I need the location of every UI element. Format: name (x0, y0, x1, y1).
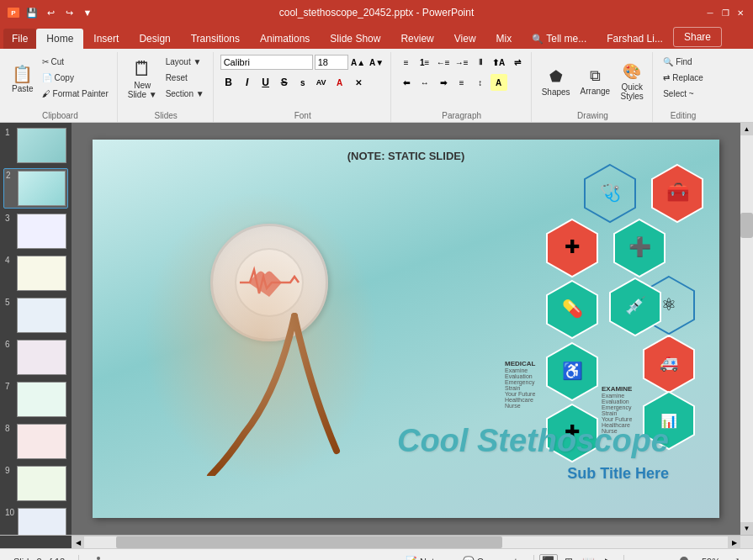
scroll-right-button[interactable]: ▶ (728, 536, 740, 549)
slide-thumb-10[interactable]: 10 (3, 506, 68, 535)
notes-label: Notes (420, 557, 444, 561)
format-painter-button[interactable]: 🖌Format Painter (39, 86, 112, 101)
align-right-button[interactable]: ➡ (435, 74, 452, 91)
tab-insert[interactable]: Insert (83, 29, 129, 49)
tab-design[interactable]: Design (129, 29, 180, 49)
save-icon[interactable]: 💾 (25, 6, 39, 19)
restore-button[interactable]: ❐ (719, 7, 731, 18)
shadow-button[interactable]: s (294, 74, 311, 91)
arrange-button[interactable]: ⧉ Arrange (577, 56, 614, 107)
font-size-up-button[interactable]: A▲ (350, 54, 367, 71)
strikethrough-button[interactable]: S (276, 74, 293, 91)
tab-review[interactable]: Review (390, 29, 443, 49)
line-spacing-button[interactable]: ↕ (472, 74, 489, 91)
slide-thumb-5[interactable]: 5 (3, 296, 68, 335)
layout-button[interactable]: Layout ▼ (162, 54, 208, 69)
char-spacing-button[interactable]: AV (313, 74, 330, 91)
status-separator-2 (533, 555, 534, 561)
font-size-down-button[interactable]: A▼ (369, 54, 385, 71)
slide-thumb-1[interactable]: 1 (3, 126, 68, 165)
align-center-button[interactable]: ↔ (416, 74, 433, 91)
decrease-indent-button[interactable]: ←≡ (435, 54, 452, 71)
scroll-thumb[interactable] (740, 213, 753, 238)
convert-button[interactable]: ⇌ (509, 54, 526, 71)
slide-panel[interactable]: 1 2 3 4 5 (0, 123, 72, 535)
slide-sorter-button[interactable]: ⊞ (559, 554, 578, 561)
numbering-button[interactable]: 1≡ (416, 54, 433, 71)
para-row2: ⬅ ↔ ➡ ≡ ↕ A (398, 74, 507, 91)
tab-share[interactable]: Share (673, 27, 722, 47)
h-scroll-thumb[interactable] (116, 536, 502, 548)
reset-button[interactable]: Reset (162, 70, 208, 85)
justify-button[interactable]: ≡ (453, 74, 470, 91)
right-scrollbar[interactable]: ▲ ▼ (740, 123, 753, 535)
slideshow-button[interactable]: ▶ (600, 554, 618, 561)
underline-button[interactable]: U (257, 74, 274, 91)
close-button[interactable]: ✕ (734, 7, 746, 18)
font-color-button[interactable]: A (331, 74, 348, 91)
font-row1: A▲ A▼ (220, 54, 385, 71)
bold-button[interactable]: B (220, 74, 237, 91)
tab-view[interactable]: View (444, 29, 486, 49)
scroll-down-button[interactable]: ▼ (740, 522, 753, 535)
scroll-up-button[interactable]: ▲ (740, 123, 753, 135)
scroll-track[interactable] (740, 135, 753, 522)
bottom-scroll-area: ◀ ▶ (0, 535, 753, 548)
slide-thumb-4[interactable]: 4 (3, 254, 68, 293)
slide-canvas[interactable]: (NOTE: STATIC SLIDE) (93, 140, 719, 518)
font-size-input[interactable] (315, 55, 348, 70)
horizontal-scrollbar[interactable]: ◀ ▶ (72, 536, 740, 548)
slide-subtitle[interactable]: Sub Title Here (567, 465, 669, 483)
tab-account[interactable]: Farshad Li... (597, 29, 673, 49)
tab-mix[interactable]: Mix (486, 29, 522, 49)
highlight-button[interactable]: A (491, 74, 507, 91)
slide-thumb-2[interactable]: 2 (3, 168, 68, 209)
new-slide-icon: 🗒 (132, 59, 152, 79)
slide-thumb-9[interactable]: 9 (3, 464, 68, 503)
zoom-level[interactable]: 59% (702, 557, 720, 561)
bullets-button[interactable]: ≡ (398, 54, 415, 71)
text-direction-button[interactable]: ⬆A (491, 54, 507, 71)
tab-animations[interactable]: Animations (250, 29, 320, 49)
quick-styles-button[interactable]: 🎨 QuickStyles (617, 56, 647, 107)
tab-home[interactable]: Home (36, 29, 83, 49)
replace-button[interactable]: ⇄Replace (660, 70, 707, 85)
normal-view-button[interactable]: ⬛ (539, 554, 558, 561)
new-slide-button[interactable]: 🗒 NewSlide ▼ (125, 54, 161, 104)
slide-thumb-8[interactable]: 8 (3, 422, 68, 461)
tab-transitions[interactable]: Transitions (181, 29, 250, 49)
notes-button[interactable]: 📝 Notes (399, 554, 451, 560)
accessibility-icon[interactable] (86, 554, 111, 561)
italic-button[interactable]: I (239, 74, 256, 91)
align-left-button[interactable]: ⬅ (398, 74, 415, 91)
h-scroll-track[interactable] (84, 536, 728, 548)
find-button[interactable]: 🔍Find (660, 54, 695, 69)
medical-text-box: MEDICAL Examine Evaluation Emergency Str… (505, 360, 555, 409)
undo-icon[interactable]: ↩ (44, 6, 57, 19)
slide-thumb-7[interactable]: 7 (3, 380, 68, 419)
increase-indent-button[interactable]: →≡ (453, 54, 470, 71)
tab-slideshow[interactable]: Slide Show (320, 29, 390, 49)
slide-thumb-3[interactable]: 3 (3, 212, 68, 251)
shapes-button[interactable]: ⬟ Shapes (538, 56, 574, 107)
font-name-input[interactable] (220, 55, 313, 70)
fit-window-button[interactable]: ⤢ (725, 554, 746, 560)
customize-qat-icon[interactable]: ▼ (81, 6, 94, 19)
tab-tell-me[interactable]: 🔍Tell me... (522, 29, 597, 49)
paste-button[interactable]: 📋 Paste (8, 54, 37, 104)
copy-button[interactable]: 📄Copy (39, 70, 112, 85)
redo-icon[interactable]: ↪ (62, 6, 76, 19)
comments-button[interactable]: 💬 Comments (456, 554, 528, 560)
cut-button[interactable]: ✂Cut (39, 54, 112, 69)
columns-button[interactable]: ⫴ (472, 54, 489, 71)
tab-file[interactable]: File (3, 29, 36, 49)
select-button[interactable]: Select ~ (660, 86, 697, 101)
clear-format-button[interactable]: ✕ (350, 74, 367, 91)
slide-title[interactable]: Cool Stethoscope (397, 423, 669, 459)
scroll-left-button[interactable]: ◀ (72, 536, 84, 549)
section-button[interactable]: Section ▼ (162, 86, 208, 101)
minimize-button[interactable]: ─ (704, 7, 716, 18)
editing-label: Editing (660, 111, 707, 120)
slide-thumb-6[interactable]: 6 (3, 338, 68, 377)
reading-view-button[interactable]: 📖 (580, 554, 598, 561)
